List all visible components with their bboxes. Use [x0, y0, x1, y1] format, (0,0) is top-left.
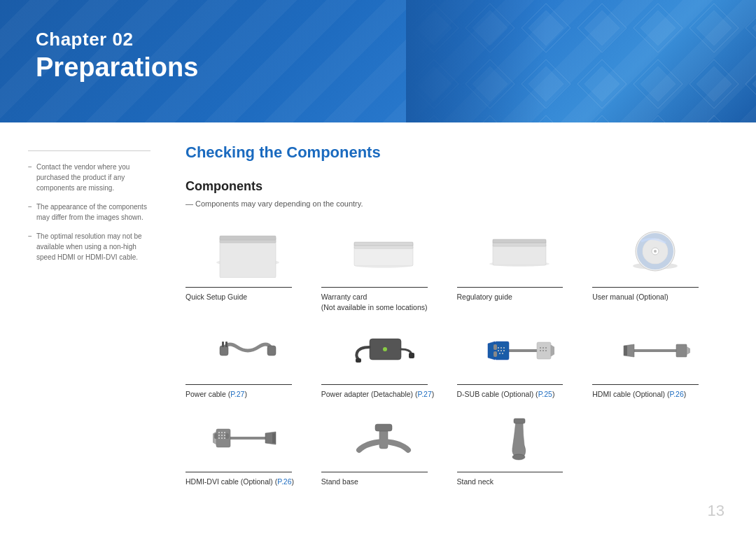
- component-stand-base: Stand base: [321, 410, 457, 487]
- component-warranty-card: Warranty card(Not available in some loca…: [321, 225, 457, 312]
- component-divider: [321, 472, 428, 472]
- svg-rect-59: [218, 435, 220, 436]
- component-label-warranty: Warranty card(Not available in some loca…: [321, 292, 428, 312]
- svg-point-45: [542, 347, 544, 349]
- component-image-stand-base: [321, 410, 447, 466]
- svg-rect-11: [354, 242, 413, 246]
- svg-rect-13: [493, 244, 546, 265]
- power-cable-link[interactable]: P.27: [230, 390, 244, 398]
- component-image-warranty: [321, 225, 447, 281]
- svg-point-46: [545, 347, 547, 349]
- svg-point-34: [498, 347, 499, 349]
- svg-point-48: [542, 350, 544, 351]
- dsub-link[interactable]: P.25: [538, 390, 552, 398]
- svg-rect-62: [218, 437, 220, 439]
- svg-point-35: [500, 347, 502, 349]
- svg-rect-23: [267, 346, 276, 356]
- component-image-stand-neck: [457, 410, 582, 466]
- component-regulatory-guide: Regulatory guide: [457, 225, 593, 312]
- component-image-dsub: [457, 323, 582, 379]
- component-image-power-adapter: [321, 323, 447, 379]
- sidebar-note-3: The optimal resolution may not be availa…: [28, 231, 150, 262]
- component-user-manual: User manual (Optional): [592, 225, 728, 312]
- svg-rect-28: [409, 353, 414, 358]
- svg-rect-52: [676, 344, 687, 357]
- svg-point-37: [498, 350, 499, 351]
- component-image-power-cable: [186, 323, 311, 379]
- svg-rect-66: [225, 433, 229, 439]
- svg-rect-3: [406, 0, 756, 122]
- component-label-hdmi: HDMI cable (Optional) (P.26): [592, 389, 686, 400]
- svg-rect-22: [220, 346, 228, 356]
- component-image-quick-setup: [186, 225, 311, 281]
- svg-rect-71: [514, 419, 525, 423]
- component-label-dsub: D-SUB cable (Optional) (P.25): [457, 389, 555, 400]
- hdmi-link[interactable]: P.26: [670, 390, 684, 398]
- component-label-hdmi-dvi: HDMI-DVI cable (Optional) (P.26): [186, 477, 294, 487]
- svg-rect-64: [224, 437, 225, 439]
- component-label-power-cable: Power cable (P.27): [186, 389, 247, 400]
- svg-point-21: [654, 250, 657, 253]
- component-divider: [457, 472, 564, 472]
- component-divider: [321, 384, 428, 385]
- component-divider: [321, 287, 428, 288]
- component-divider: [186, 287, 292, 288]
- svg-rect-65: [214, 433, 218, 439]
- svg-rect-63: [221, 437, 223, 439]
- component-divider: [186, 472, 292, 472]
- svg-rect-24: [222, 342, 224, 347]
- svg-rect-9: [354, 246, 413, 266]
- svg-point-40: [499, 353, 500, 354]
- svg-rect-60: [221, 435, 223, 436]
- chapter-title: Preparations: [36, 52, 198, 84]
- svg-point-29: [383, 347, 387, 351]
- components-note: Components may vary depending on the cou…: [186, 199, 728, 208]
- svg-point-36: [503, 347, 505, 349]
- svg-rect-5: [220, 239, 276, 278]
- svg-point-44: [540, 347, 541, 349]
- component-image-cd: [592, 225, 718, 281]
- svg-marker-53: [687, 346, 690, 355]
- svg-point-41: [502, 353, 503, 354]
- component-power-cable: Power cable (P.27): [186, 323, 321, 400]
- svg-marker-43: [551, 345, 554, 356]
- svg-rect-7: [220, 236, 276, 240]
- component-label-regulatory: Regulatory guide: [457, 292, 512, 302]
- svg-rect-25: [225, 342, 227, 347]
- component-quick-setup: Quick Setup Guide: [186, 225, 321, 312]
- component-stand-neck: Stand neck: [457, 410, 593, 487]
- component-label-manual: User manual (Optional): [592, 292, 668, 302]
- sidebar-divider: [28, 150, 150, 151]
- header-banner: Chapter 02 Preparations: [0, 0, 756, 122]
- component-label-stand-neck: Stand neck: [457, 477, 494, 487]
- svg-rect-27: [356, 358, 361, 363]
- svg-rect-51: [624, 346, 627, 356]
- component-hdmi-dvi-cable: HDMI-DVI cable (Optional) (P.26): [186, 410, 321, 487]
- section-title: Checking the Components: [186, 143, 728, 162]
- hdmi-dvi-link[interactable]: P.26: [277, 477, 291, 486]
- svg-point-72: [512, 454, 525, 460]
- svg-point-47: [540, 350, 541, 351]
- header-text: Chapter 02 Preparations: [36, 28, 198, 83]
- component-label-power-adapter: Power adapter (Detachable) (P.27): [321, 389, 435, 400]
- svg-point-49: [545, 350, 547, 351]
- svg-rect-70: [375, 424, 392, 431]
- sidebar: Contact the vendor where you purchased t…: [28, 143, 150, 487]
- component-dsub-cable: D-SUB cable (Optional) (P.25): [457, 323, 593, 400]
- component-image-hdmi-dvi: [186, 410, 311, 466]
- svg-rect-61: [224, 435, 225, 436]
- svg-point-39: [503, 350, 505, 351]
- subsection-title: Components: [186, 179, 728, 194]
- page-number: 13: [708, 502, 724, 520]
- component-divider: [186, 384, 292, 385]
- svg-rect-15: [493, 239, 546, 243]
- svg-marker-30: [488, 342, 495, 360]
- component-label-stand-base: Stand base: [321, 477, 358, 487]
- main-content: Checking the Components Components Compo…: [172, 143, 728, 487]
- svg-rect-68: [272, 433, 276, 443]
- component-divider: [592, 384, 699, 385]
- sidebar-note-2: The appearance of the components may dif…: [28, 202, 150, 223]
- svg-rect-56: [218, 432, 220, 433]
- power-adapter-link[interactable]: P.27: [418, 390, 432, 398]
- components-grid: Quick Setup Guide Warranty card(Not avai…: [186, 225, 728, 487]
